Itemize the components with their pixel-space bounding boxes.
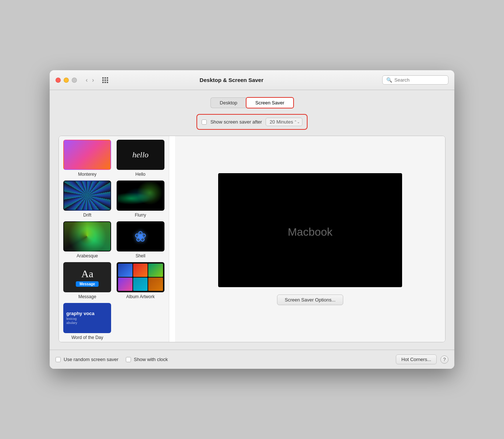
list-item[interactable]: Album Artwork [116, 262, 166, 299]
minimize-button[interactable] [64, 78, 69, 83]
tab-screen-saver[interactable]: Screen Saver [246, 97, 294, 108]
list-item[interactable]: Arabesque [63, 221, 112, 258]
list-item[interactable]: Shell [116, 221, 166, 258]
screensaver-list: Monterey hello Hello Drift [59, 136, 169, 342]
search-box[interactable]: 🔍 [382, 75, 448, 85]
shell-icon [129, 225, 152, 247]
screensaver-label: Flurry [135, 213, 146, 218]
show-clock-label: Show with clock [134, 357, 168, 362]
search-icon: 🔍 [386, 77, 392, 83]
tab-desktop[interactable]: Desktop [210, 97, 246, 108]
show-clock-item: Show with clock [126, 357, 168, 362]
thumbnail-shell [117, 221, 164, 251]
screensaver-label: Monterey [78, 172, 96, 177]
thumbnail-album [117, 262, 164, 292]
random-screensaver-item: Use random screen saver [56, 357, 118, 362]
preview-screen: Macbook [218, 173, 402, 287]
hot-corners-button[interactable]: Hot Corners... [396, 354, 437, 364]
show-clock-checkbox[interactable] [126, 357, 131, 362]
close-button[interactable] [56, 78, 61, 83]
screensaver-label: Hello [135, 172, 145, 177]
main-panel: Monterey hello Hello Drift [58, 136, 446, 342]
screensaver-label: Drift [83, 213, 91, 218]
thumbnail-word: graphy voca lexicog abulary [63, 303, 111, 333]
search-input[interactable] [394, 77, 442, 83]
thumbnail-hello: hello [117, 140, 164, 170]
thumbnail-flurry [117, 181, 164, 211]
titlebar: ‹ › Desktop & Screen Saver 🔍 [50, 70, 454, 90]
screen-saver-options-button[interactable]: Screen Saver Options... [277, 295, 343, 305]
bottom-right: Hot Corners... ? [396, 354, 448, 364]
random-screensaver-label: Use random screen saver [64, 357, 118, 362]
bottom-bar: Use random screen saver Show with clock … [50, 350, 454, 369]
maximize-button[interactable] [72, 78, 77, 83]
list-item[interactable]: graphy voca lexicog abulary Word of the … [63, 303, 112, 340]
content-area: Desktop Screen Saver Show screen saver a… [50, 90, 454, 350]
screensaver-label: Album Artwork [126, 294, 155, 299]
thumbnail-arabesque [63, 221, 111, 251]
minutes-select[interactable]: 1 Minute 2 Minutes 5 Minutes 10 Minutes … [266, 118, 302, 126]
screensaver-label: Shell [135, 253, 145, 258]
traffic-lights [56, 78, 77, 83]
list-item[interactable]: hello Hello [116, 140, 166, 177]
screensaver-label: Message [78, 294, 96, 299]
computer-name-label: Macbook [288, 226, 333, 238]
minutes-select-wrap[interactable]: 1 Minute 2 Minutes 5 Minutes 10 Minutes … [266, 118, 302, 126]
preview-area: Macbook Screen Saver Options... [175, 136, 445, 342]
tabs-row: Desktop Screen Saver [58, 97, 446, 108]
main-window: ‹ › Desktop & Screen Saver 🔍 Desktop Scr… [50, 70, 454, 369]
thumbnail-monterey [63, 140, 111, 170]
list-item[interactable]: Drift [63, 181, 112, 218]
random-screensaver-checkbox[interactable] [56, 357, 61, 362]
show-after-checkbox[interactable] [202, 119, 207, 125]
list-item[interactable]: Aa Message Message [63, 262, 112, 299]
screensaver-grid: Monterey hello Hello Drift [63, 140, 165, 340]
list-item[interactable]: Flurry [116, 181, 166, 218]
show-after-row: Show screen saver after 1 Minute 2 Minut… [196, 114, 308, 130]
screensaver-label: Arabesque [77, 253, 98, 258]
thumbnail-drift [63, 181, 111, 211]
help-button[interactable]: ? [440, 356, 448, 364]
show-after-label: Show screen saver after [210, 119, 262, 125]
window-title: Desktop & Screen Saver [85, 77, 378, 83]
list-item[interactable]: Monterey [63, 140, 112, 177]
thumbnail-message: Aa Message [63, 262, 111, 292]
screensaver-label: Word of the Day [71, 335, 103, 340]
